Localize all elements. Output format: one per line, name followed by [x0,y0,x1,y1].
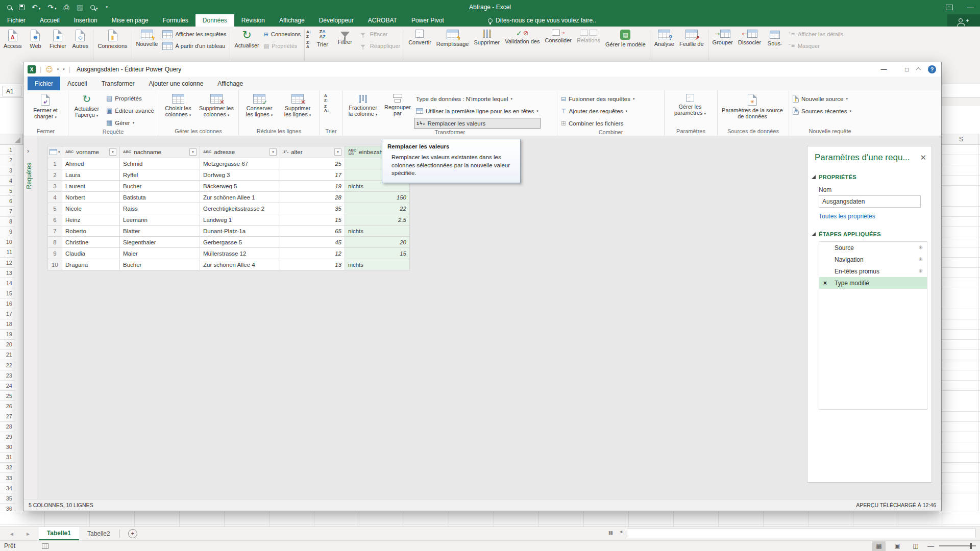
cell-alter[interactable]: 28 [280,192,345,203]
row-number[interactable]: 8 [48,237,62,248]
excel-ribbon-tab[interactable]: Mise en page [105,14,156,27]
keep-rows-button[interactable]: ✓ Conserver les lignes ▾ [240,92,278,118]
share-button[interactable]: + [947,14,980,27]
column-type-icon[interactable]: ABC123 [348,148,356,156]
cell-alter[interactable]: 19 [280,181,345,192]
horizontal-scrollbar[interactable] [627,529,976,538]
cell-alter[interactable]: 13 [280,259,345,270]
cell-vorname[interactable]: Nicole [62,203,120,214]
data-validation-button[interactable]: ✓⊘Validation des [502,28,542,46]
customize-qat-icon[interactable]: ▾ [106,5,108,9]
data-source-settings-button[interactable]: ✳ Paramètres de la source de données [719,92,786,120]
sheet-tab[interactable]: Tabelle2 [79,527,118,540]
merge-queries-button[interactable]: ⊟Fusionner des requêtes ▾ [559,93,636,104]
row-header[interactable]: 19 [0,330,15,340]
column-type-icon[interactable]: ABC [203,150,211,154]
row-header[interactable]: 1 [0,145,15,155]
excel-ribbon-tab[interactable]: Formules [156,14,195,27]
row-header[interactable]: 2 [0,155,15,165]
cell-adresse[interactable]: Landweg 1 [200,214,280,226]
remove-columns-button[interactable]: ✕ Supprimer les colonnes ▾ [197,92,236,118]
row-header[interactable]: 5 [0,186,15,196]
get-data-other-button[interactable]: ◇Autres [69,28,91,51]
cell-adresse[interactable]: Metzgergasse 67 [200,158,280,169]
from-table-button[interactable]: À partir d'un tableau [160,41,228,51]
row-number[interactable]: 2 [48,169,62,181]
applied-steps-section-header[interactable]: ÉTAPES APPLIQUÉES [812,231,932,237]
row-header[interactable]: 12 [0,258,15,268]
applied-step[interactable]: Source ✳ [819,242,927,254]
column-header[interactable]: ABC adresse ▾ [200,146,280,158]
excel-ribbon-tab[interactable]: Insertion [67,14,105,27]
sheet-nav-right-icon[interactable]: ► [26,531,31,537]
row-header[interactable]: 23 [0,370,15,381]
cell-nachname[interactable]: Batistuta [120,192,200,203]
row-number[interactable]: 4 [48,192,62,203]
recent-sources-button[interactable]: ◷Sources récentes ▾ [791,106,853,116]
query-name-input[interactable] [819,195,921,208]
subtotal-button[interactable]: Sous- [764,28,786,48]
cell-alter[interactable]: 65 [280,226,345,237]
table-corner-button[interactable]: ▾ [48,146,62,158]
cell-nachname[interactable]: Raiss [120,203,200,214]
use-first-row-headers-button[interactable]: Utiliser la première ligne pour les en-t… [414,106,541,116]
get-data-web-button[interactable]: ⊕Web [24,28,46,51]
pq-ribbon-tab[interactable]: Affichage [210,77,250,90]
applied-step[interactable]: Navigation ✳ [819,254,927,265]
show-queries-button[interactable]: Afficher les requêtes [160,29,228,39]
applied-step[interactable]: × Type modifié [819,277,927,289]
normal-view-icon[interactable]: ▦ [872,541,886,551]
cell-adresse[interactable]: Dunant-Platz-1a [200,226,280,237]
cell-vorname[interactable]: Dragana [62,259,120,270]
cell-vorname[interactable]: Ahmed [62,158,120,169]
manage-parameters-button[interactable]: Gérer les paramètres ▾ [666,92,714,116]
ribbon-display-options-icon[interactable] [946,5,953,10]
column-type-icon[interactable]: 1²₃ [283,150,288,154]
row-header[interactable]: 18 [0,319,15,330]
row-header[interactable]: 3 [0,165,15,176]
sort-button[interactable]: ZAAZTrier [311,28,334,49]
group-by-button[interactable]: Regrouper par [382,92,413,117]
close-and-load-button[interactable]: ⤶ Fermer et charger ▾ [25,92,66,120]
zoom-slider-handle[interactable] [970,543,972,549]
cell-einbezahlt[interactable]: 20 [345,237,410,248]
refresh-all-button[interactable]: ↻Actualiser [232,28,261,50]
row-header[interactable]: 30 [0,442,15,453]
cell-einbezahlt[interactable]: nichts [345,226,410,237]
undo-button[interactable]: ↶▾ [32,3,40,12]
sheet-nav-left-icon[interactable]: ◄ [9,531,14,537]
cell-adresse[interactable]: Zur schönen Allee 4 [200,259,280,270]
filter-dropdown-icon[interactable]: ▾ [334,148,341,156]
feedback-smiley-icon[interactable]: ☺ [45,66,53,73]
sort-az-icon[interactable]: A↓Z [306,30,311,39]
row-number[interactable]: 6 [48,214,62,226]
manage-query-button[interactable]: ▦Gérer ▾ [104,117,156,128]
step-settings-gear-icon[interactable]: ✳ [918,245,923,251]
row-header[interactable]: 35 [0,493,15,504]
hscroll-left-icon[interactable]: ◄ [619,529,623,534]
applied-step[interactable]: En-têtes promus ✳ [819,265,927,277]
column-header[interactable]: ABC nachname ▾ [120,146,200,158]
step-settings-gear-icon[interactable]: ✳ [918,257,923,262]
row-header[interactable]: 17 [0,309,15,319]
cell-adresse[interactable]: Zur schönen Allee 1 [200,192,280,203]
row-number[interactable]: 3 [48,181,62,192]
row-header[interactable]: 11 [0,247,15,258]
new-source-button[interactable]: ▮Nouvelle source ▾ [791,93,853,104]
find-button[interactable]: ▾ [90,3,98,12]
filter-dropdown-icon[interactable]: ▾ [189,148,197,156]
zoom-slider[interactable] [939,545,976,546]
cell-nachname[interactable]: Siegenthaler [120,237,200,248]
manage-data-model-button[interactable]: ▤Gérer le modèle [603,28,648,49]
column-type-icon[interactable]: ABC [123,150,131,154]
row-header[interactable]: 32 [0,463,15,473]
row-number[interactable]: 1 [48,158,62,169]
page-break-view-icon[interactable]: ◫ [909,541,922,551]
excel-ribbon-tab[interactable]: Fichier [0,14,33,27]
row-header[interactable]: 22 [0,360,15,370]
row-header[interactable]: 8 [0,217,15,227]
row-header[interactable]: 21 [0,350,15,360]
cell-nachname[interactable]: Maier [120,248,200,259]
pq-minimize-icon[interactable]: — [872,62,895,77]
get-data-access-button[interactable]: AAccess [1,28,24,51]
